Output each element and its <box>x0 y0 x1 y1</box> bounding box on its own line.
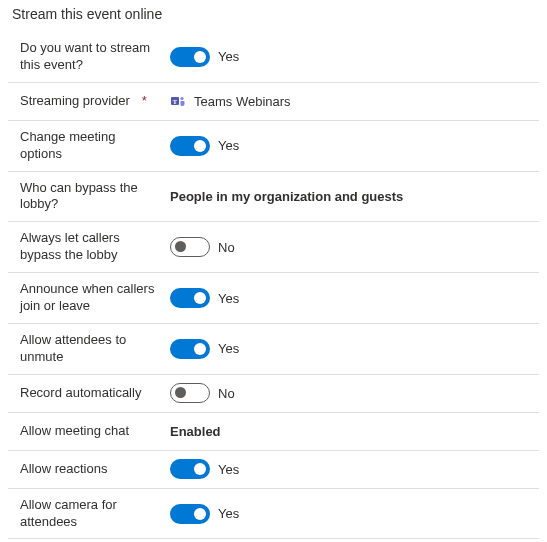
row-bypass-who: Who can bypass the lobby? People in my o… <box>8 172 539 223</box>
toggle-record-auto[interactable] <box>170 383 210 403</box>
label-provider: Streaming provider* <box>20 93 170 110</box>
toggle-allow-reactions[interactable] <box>170 459 210 479</box>
toggle-announce[interactable] <box>170 288 210 308</box>
svg-point-2 <box>180 97 183 100</box>
label-stream-event: Do you want to stream this event? <box>20 40 170 74</box>
label-bypass-who: Who can bypass the lobby? <box>20 180 170 214</box>
value-provider: T Teams Webinars <box>170 93 291 109</box>
row-provider: Streaming provider* T Teams Webinars <box>8 83 539 121</box>
label-always-bypass: Always let callers bypass the lobby <box>20 230 170 264</box>
teams-icon: T <box>170 93 186 109</box>
toggle-stream-event[interactable] <box>170 47 210 67</box>
value-bypass-who: People in my organization and guests <box>170 189 403 204</box>
section-title: Stream this event online <box>8 6 539 22</box>
label-allow-chat: Allow meeting chat <box>20 423 170 440</box>
toggle-always-bypass[interactable] <box>170 237 210 257</box>
toggle-allow-unmute[interactable] <box>170 339 210 359</box>
row-allow-chat: Allow meeting chat Enabled <box>8 413 539 451</box>
svg-text:T: T <box>173 98 178 105</box>
toggle-allow-camera-state: Yes <box>218 506 239 521</box>
toggle-change-options[interactable] <box>170 136 210 156</box>
row-allow-reactions: Allow reactions Yes <box>8 451 539 489</box>
toggle-announce-state: Yes <box>218 291 239 306</box>
row-record-auto: Record automatically No <box>8 375 539 413</box>
label-allow-reactions: Allow reactions <box>20 461 170 478</box>
label-allow-unmute: Allow attendees to unmute <box>20 332 170 366</box>
toggle-record-auto-state: No <box>218 386 235 401</box>
row-stream-event: Do you want to stream this event? Yes <box>8 32 539 83</box>
toggle-stream-event-state: Yes <box>218 49 239 64</box>
toggle-allow-camera[interactable] <box>170 504 210 524</box>
value-allow-chat: Enabled <box>170 424 221 439</box>
required-asterisk: * <box>142 93 147 110</box>
row-always-bypass: Always let callers bypass the lobby No <box>8 222 539 273</box>
toggle-allow-unmute-state: Yes <box>218 341 239 356</box>
toggle-change-options-state: Yes <box>218 138 239 153</box>
row-allow-camera: Allow camera for attendees Yes <box>8 489 539 540</box>
toggle-always-bypass-state: No <box>218 240 235 255</box>
label-allow-camera: Allow camera for attendees <box>20 497 170 531</box>
label-change-options: Change meeting options <box>20 129 170 163</box>
row-change-options: Change meeting options Yes <box>8 121 539 172</box>
toggle-allow-reactions-state: Yes <box>218 462 239 477</box>
row-announce: Announce when callers join or leave Yes <box>8 273 539 324</box>
label-record-auto: Record automatically <box>20 385 170 402</box>
row-allow-unmute: Allow attendees to unmute Yes <box>8 324 539 375</box>
label-announce: Announce when callers join or leave <box>20 281 170 315</box>
